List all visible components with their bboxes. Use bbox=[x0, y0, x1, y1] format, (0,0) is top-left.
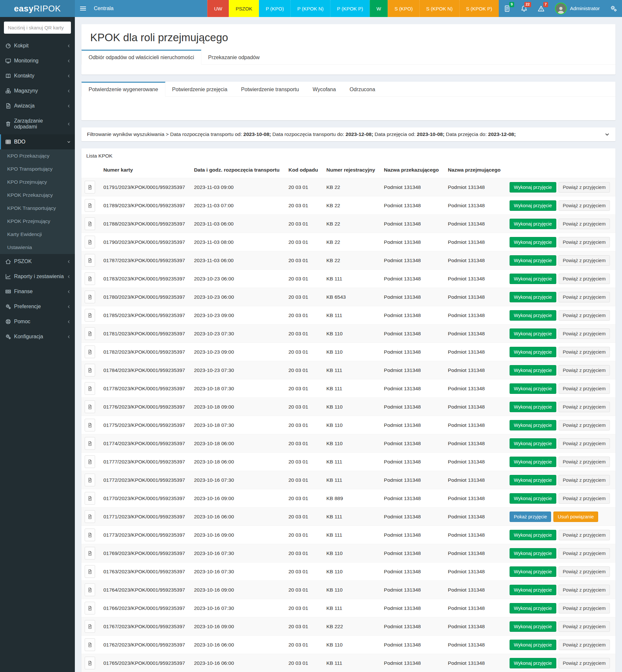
wykonaj-przyjecie-button[interactable]: Wykonaj przyjęcie bbox=[510, 292, 556, 302]
card-preview-button[interactable] bbox=[85, 510, 95, 523]
sidebar-item-zarzadzanie-odpadami[interactable]: Zarządzanie odpadami bbox=[0, 113, 75, 134]
sidebar-item-konfiguracja[interactable]: Konfiguracja bbox=[0, 329, 75, 344]
wykonaj-przyjecie-button[interactable]: Wykonaj przyjęcie bbox=[510, 200, 556, 211]
powiaz-z-przyjeciem-button[interactable]: Powiąż z przyjęciem bbox=[559, 621, 610, 632]
wykonaj-przyjecie-button[interactable]: Wykonaj przyjęcie bbox=[510, 603, 556, 613]
nav-button-p-kpok-n[interactable]: P (KPOK N) bbox=[290, 0, 330, 17]
wykonaj-przyjecie-button[interactable]: Wykonaj przyjęcie bbox=[510, 438, 556, 449]
wykonaj-przyjecie-button[interactable]: Wykonaj przyjęcie bbox=[510, 475, 556, 485]
powiaz-z-przyjeciem-button[interactable]: Powiąż z przyjęciem bbox=[559, 182, 610, 192]
sidebar-subitem-kpok-przekazujacy[interactable]: KPOK Przekazujący bbox=[0, 188, 75, 202]
powiaz-z-przyjeciem-button[interactable]: Powiąż z przyjęciem bbox=[559, 255, 610, 266]
wykonaj-przyjecie-button[interactable]: Wykonaj przyjęcie bbox=[510, 402, 556, 412]
powiaz-z-przyjeciem-button[interactable]: Powiąż z przyjęciem bbox=[559, 566, 610, 577]
wykonaj-przyjecie-button[interactable]: Wykonaj przyjęcie bbox=[510, 219, 556, 229]
sidebar-subitem-kpok-transportujacy[interactable]: KPOK Transportujący bbox=[0, 202, 75, 215]
card-preview-button[interactable] bbox=[85, 437, 95, 450]
nav-button-s-kpok-p[interactable]: S (KPOK P) bbox=[459, 0, 499, 17]
card-preview-button[interactable] bbox=[85, 492, 95, 505]
card-preview-button[interactable] bbox=[85, 364, 95, 377]
nav-button-s-kpo[interactable]: S (KPO) bbox=[388, 0, 419, 17]
powiaz-z-przyjeciem-button[interactable]: Powiąż z przyjęciem bbox=[559, 640, 610, 650]
notification-document-icon[interactable]: 9 bbox=[499, 0, 516, 17]
settings-cogs-button[interactable] bbox=[605, 0, 622, 17]
card-preview-button[interactable] bbox=[85, 199, 95, 212]
nav-button-w[interactable]: W bbox=[370, 0, 388, 17]
card-preview-button[interactable] bbox=[85, 565, 95, 578]
card-preview-button[interactable] bbox=[85, 290, 95, 303]
powiaz-z-przyjeciem-button[interactable]: Powiąż z przyjęciem bbox=[559, 457, 610, 467]
card-preview-button[interactable] bbox=[85, 254, 95, 267]
wykonaj-przyjecie-button[interactable]: Wykonaj przyjęcie bbox=[510, 182, 556, 192]
wykonaj-przyjecie-button[interactable]: Wykonaj przyjęcie bbox=[510, 585, 556, 595]
card-preview-button[interactable] bbox=[85, 327, 95, 340]
sidebar-item-preferencje[interactable]: Preferencje bbox=[0, 299, 75, 314]
sidebar-subitem-kpok-przejmujacy[interactable]: KPOK Przejmujący bbox=[0, 215, 75, 228]
card-preview-button[interactable] bbox=[85, 583, 95, 596]
powiaz-z-przyjeciem-button[interactable]: Powiąż z przyjęciem bbox=[559, 292, 610, 302]
notification-warning-icon[interactable]: 7 bbox=[533, 0, 550, 17]
card-preview-button[interactable] bbox=[85, 455, 95, 468]
card-preview-button[interactable] bbox=[85, 473, 95, 486]
powiaz-z-przyjeciem-button[interactable]: Powiąż z przyjęciem bbox=[559, 530, 610, 540]
wykonaj-przyjecie-button[interactable]: Wykonaj przyjęcie bbox=[510, 310, 556, 321]
powiaz-z-przyjeciem-button[interactable]: Powiąż z przyjęciem bbox=[559, 420, 610, 430]
wykonaj-przyjecie-button[interactable]: Wykonaj przyjęcie bbox=[510, 365, 556, 376]
sidebar-toggle-button[interactable] bbox=[75, 0, 91, 17]
card-preview-button[interactable] bbox=[85, 217, 95, 230]
sidebar-item-pomoc[interactable]: Pomoc bbox=[0, 314, 75, 329]
wykonaj-przyjecie-button[interactable]: Wykonaj przyjęcie bbox=[510, 621, 556, 632]
status-tab-potwierdzenie-przejecia[interactable]: Potwierdzenie przejęcia bbox=[165, 82, 234, 97]
nav-button-pszok[interactable]: PSZOK bbox=[229, 0, 259, 17]
powiaz-z-przyjeciem-button[interactable]: Powiąż z przyjęciem bbox=[559, 237, 610, 247]
sidebar-item-pszok[interactable]: PSZOK bbox=[0, 254, 75, 269]
tab-odbior-odpadow-od-wlascicieli-nieruchomosci[interactable]: Odbiór odpadów od właścicieli nieruchomo… bbox=[81, 50, 201, 65]
wykonaj-przyjecie-button[interactable]: Wykonaj przyjęcie bbox=[510, 255, 556, 266]
nav-button-uw[interactable]: UW bbox=[207, 0, 229, 17]
sidebar-subitem-karty-ewidencji[interactable]: Karty Ewidencji bbox=[0, 228, 75, 241]
sidebar-subitem-kpo-przejmujacy[interactable]: KPO Przejmujący bbox=[0, 176, 75, 188]
card-preview-button[interactable] bbox=[85, 529, 95, 541]
wykonaj-przyjecie-button[interactable]: Wykonaj przyjęcie bbox=[510, 530, 556, 540]
wykonaj-przyjecie-button[interactable]: Wykonaj przyjęcie bbox=[510, 658, 556, 668]
wykonaj-przyjecie-button[interactable]: Wykonaj przyjęcie bbox=[510, 274, 556, 284]
card-preview-button[interactable] bbox=[85, 382, 95, 395]
sidebar-subitem-kpo-transportujacy[interactable]: KPO Transportujący bbox=[0, 163, 75, 176]
powiaz-z-przyjeciem-button[interactable]: Powiąż z przyjęciem bbox=[559, 200, 610, 211]
status-tab-odrzucona[interactable]: Odrzucona bbox=[343, 82, 382, 97]
wykonaj-przyjecie-button[interactable]: Wykonaj przyjęcie bbox=[510, 347, 556, 357]
sidebar-item-kokpit[interactable]: Kokpit bbox=[0, 38, 75, 53]
powiaz-z-przyjeciem-button[interactable]: Powiąż z przyjęciem bbox=[559, 365, 610, 376]
sidebar-item-bdo[interactable]: BDO bbox=[0, 134, 75, 149]
powiaz-z-przyjeciem-button[interactable]: Powiąż z przyjęciem bbox=[559, 658, 610, 668]
card-preview-button[interactable] bbox=[85, 638, 95, 651]
wykonaj-przyjecie-button[interactable]: Wykonaj przyjęcie bbox=[510, 566, 556, 577]
sidebar-item-monitoring[interactable]: Monitoring bbox=[0, 53, 75, 68]
notification-bell-icon[interactable]: 22 bbox=[516, 0, 533, 17]
nav-button-p-kpok-p[interactable]: P (KPOK P) bbox=[330, 0, 370, 17]
powiaz-z-przyjeciem-button[interactable]: Powiąż z przyjęciem bbox=[559, 493, 610, 504]
powiaz-z-przyjeciem-button[interactable]: Powiąż z przyjęciem bbox=[559, 310, 610, 321]
sidebar-item-raporty-i-zestawienia[interactable]: Raporty i zestawienia bbox=[0, 269, 75, 284]
status-tab-wycofana[interactable]: Wycofana bbox=[306, 82, 343, 97]
powiaz-z-przyjeciem-button[interactable]: Powiąż z przyjęciem bbox=[559, 548, 610, 559]
app-logo[interactable]: easyRIPOK bbox=[0, 0, 75, 17]
powiaz-z-przyjeciem-button[interactable]: Powiąż z przyjęciem bbox=[559, 347, 610, 357]
card-preview-button[interactable] bbox=[85, 309, 95, 322]
card-preview-button[interactable] bbox=[85, 602, 95, 614]
qr-search-input[interactable] bbox=[4, 22, 71, 34]
powiaz-z-przyjeciem-button[interactable]: Powiąż z przyjęciem bbox=[559, 402, 610, 412]
powiaz-z-przyjeciem-button[interactable]: Powiąż z przyjęciem bbox=[559, 219, 610, 229]
sidebar-subitem-ustawienia[interactable]: Ustawienia bbox=[0, 241, 75, 254]
wykonaj-przyjecie-button[interactable]: Wykonaj przyjęcie bbox=[510, 420, 556, 430]
powiaz-z-przyjeciem-button[interactable]: Powiąż z przyjęciem bbox=[559, 328, 610, 339]
powiaz-z-przyjeciem-button[interactable]: Powiąż z przyjęciem bbox=[559, 603, 610, 613]
sidebar-item-awizacja[interactable]: Awizacja bbox=[0, 98, 75, 113]
powiaz-z-przyjeciem-button[interactable]: Powiąż z przyjęciem bbox=[559, 475, 610, 485]
wykonaj-przyjecie-button[interactable]: Wykonaj przyjęcie bbox=[510, 457, 556, 467]
powiaz-z-przyjeciem-button[interactable]: Powiąż z przyjęciem bbox=[559, 585, 610, 595]
powiaz-z-przyjeciem-button[interactable]: Powiąż z przyjęciem bbox=[559, 383, 610, 394]
card-preview-button[interactable] bbox=[85, 272, 95, 285]
sidebar-item-finanse[interactable]: Finanse bbox=[0, 284, 75, 299]
sidebar-subitem-kpo-przekazujacy[interactable]: KPO Przekazujący bbox=[0, 149, 75, 163]
